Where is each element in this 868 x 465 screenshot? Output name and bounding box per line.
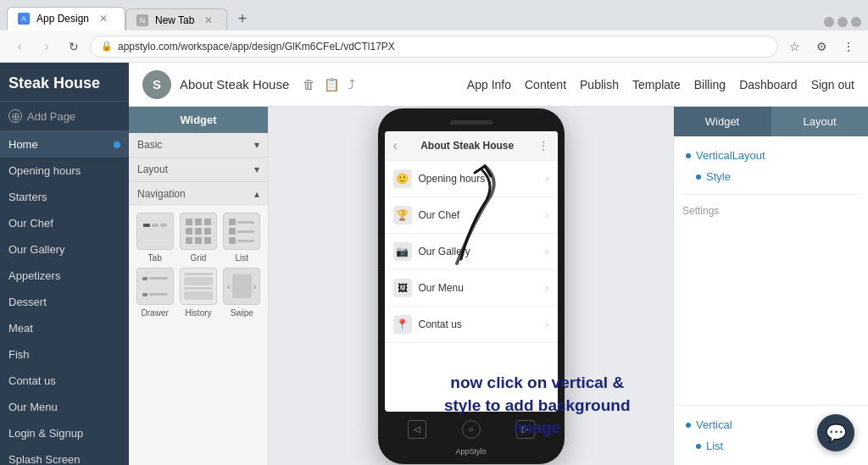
sidebar-item-opening-hours[interactable]: Opening hours	[0, 158, 129, 184]
app-wrapper: Steak House ⊕ Add Page Home Opening hour…	[0, 63, 868, 465]
add-page-icon: ⊕	[8, 109, 22, 123]
sidebar-item-starters[interactable]: Starters	[0, 184, 129, 210]
home-dot	[114, 141, 120, 148]
basic-chevron-icon: ▾	[254, 139, 259, 151]
grid-widget-thumb	[180, 213, 217, 250]
sidebar-item-login-signup[interactable]: Login & Signup	[0, 420, 129, 446]
widget-item-tab[interactable]: Tab	[136, 213, 174, 263]
trash-icon[interactable]: 🗑	[303, 77, 315, 91]
phone-menu-arrow-1: ›	[546, 173, 549, 185]
tab2-close-icon[interactable]: ✕	[204, 14, 213, 26]
phone-speaker	[450, 120, 492, 125]
nav-billing[interactable]: Billing	[694, 78, 726, 91]
minimize-icon[interactable]	[824, 17, 834, 27]
phone-bottom-label: AppStylo	[385, 447, 558, 456]
nav-sign-out[interactable]: Sign out	[811, 78, 854, 91]
layout-section-header[interactable]: Layout ▾	[129, 158, 268, 181]
phone-menu-item-4[interactable]: 🖼 Our Menu ›	[385, 270, 558, 307]
back-button[interactable]: ‹	[8, 36, 31, 58]
phone-menu-icon-5: 📍	[393, 315, 412, 334]
panel-style-item[interactable]: Style	[682, 166, 860, 187]
sidebar-item-home[interactable]: Home	[0, 131, 129, 158]
sidebar-add-page[interactable]: ⊕ Add Page	[0, 102, 129, 131]
close-icon[interactable]	[851, 17, 861, 27]
nav-dashboard[interactable]: Dashboard	[739, 78, 798, 91]
panel-dot-1	[686, 153, 691, 158]
share-icon[interactable]: ⤴	[348, 77, 355, 91]
phone-menu-item-2[interactable]: 🏆 Our Chef ›	[385, 197, 558, 234]
panel-vertical-layout-item[interactable]: VerticalLayout	[682, 145, 860, 166]
phone-preview-area: ‹ About Steak House ⋮ 🙂 Opening hours ›	[269, 107, 673, 465]
nav-content[interactable]: Content	[525, 78, 566, 91]
new-tab-button[interactable]: +	[231, 7, 254, 30]
add-page-label: Add Page	[27, 110, 75, 123]
swipe-widget-thumb: ‹ ›	[223, 268, 260, 305]
sidebar-item-splash-screen[interactable]: Splash Screen	[0, 446, 129, 465]
maximize-icon[interactable]	[837, 17, 848, 27]
panel-dot-4	[696, 444, 701, 449]
panel-settings-label: Settings	[682, 202, 860, 220]
widget-item-drawer[interactable]: Drawer	[136, 268, 174, 318]
tab-widget-label: Tab	[148, 253, 162, 263]
menu-icon[interactable]: ⋮	[837, 36, 860, 58]
topbar-nav: App Info Content Publish Template Billin…	[467, 78, 854, 91]
phone-menu-item-5[interactable]: 📍 Contat us ›	[385, 307, 558, 343]
drawer-widget-thumb	[136, 268, 174, 305]
phone-menu-item-3[interactable]: 📷 Our Gallery ›	[385, 234, 558, 270]
tab1-close-icon[interactable]: ✕	[99, 13, 108, 25]
navigation-chevron-icon: ▴	[254, 188, 259, 200]
phone-menu-item-1[interactable]: 🙂 Opening hours ›	[385, 161, 558, 197]
tab1-favicon: A	[18, 13, 30, 25]
sidebar: Steak House ⊕ Add Page Home Opening hour…	[0, 63, 129, 465]
bookmark-icon[interactable]: ☆	[783, 36, 805, 58]
phone-frame: ‹ About Steak House ⋮ 🙂 Opening hours ›	[378, 108, 565, 464]
browser-tab-appdesign[interactable]: A App Design ✕	[7, 7, 125, 30]
reload-button[interactable]: ↻	[63, 36, 85, 58]
widget-grid: Tab	[129, 206, 268, 324]
swipe-widget-label: Swipe	[231, 308, 253, 318]
phone-nav-recent[interactable]: ▷	[516, 420, 535, 439]
list-widget-label: List	[236, 253, 249, 263]
widget-item-swipe[interactable]: ‹ › Swipe	[223, 268, 261, 318]
nav-template[interactable]: Template	[632, 78, 681, 91]
phone-screen-content: 🙂 Opening hours › 🏆 Our Chef › 📷	[385, 161, 558, 412]
sidebar-item-dessert[interactable]: Dessert	[0, 289, 129, 315]
chat-icon: 💬	[826, 423, 847, 443]
copy-icon[interactable]: 📋	[324, 77, 340, 92]
extensions-icon[interactable]: ⚙	[810, 36, 832, 58]
browser-tab-newtab[interactable]: N New Tab ✕	[125, 8, 227, 30]
widget-item-grid[interactable]: Grid	[179, 213, 217, 263]
nav-publish[interactable]: Publish	[580, 78, 619, 91]
phone-back-btn[interactable]: ‹	[393, 138, 398, 153]
right-panel-tab-widget[interactable]: Widget	[674, 107, 771, 136]
sidebar-item-fish[interactable]: Fish	[0, 341, 129, 368]
phone-menu-btn[interactable]: ⋮	[537, 139, 549, 152]
widget-panel-header: Widget	[129, 107, 268, 133]
forward-button[interactable]: ›	[36, 36, 58, 58]
sidebar-item-contat-us[interactable]: Contat us	[0, 368, 129, 394]
nav-app-info[interactable]: App Info	[467, 78, 511, 91]
chat-button[interactable]: 💬	[817, 414, 854, 451]
tab2-favicon: N	[136, 14, 148, 26]
phone-menu-arrow-3: ›	[546, 246, 549, 257]
sidebar-item-our-gallery[interactable]: Our Gallery	[0, 236, 129, 263]
phone-nav-home[interactable]: ○	[462, 420, 481, 439]
basic-section-header[interactable]: Basic ▾	[129, 133, 268, 157]
phone-nav-back[interactable]: ◁	[408, 420, 426, 439]
tab-widget-thumb	[136, 213, 174, 250]
sidebar-item-meat[interactable]: Meat	[0, 315, 129, 341]
panel-dot-2	[696, 174, 701, 180]
sidebar-item-our-chef[interactable]: Our Chef	[0, 210, 129, 236]
main-content: S About Steak House 🗑 📋 ⤴ App Info Conte…	[129, 63, 868, 465]
address-bar[interactable]: 🔒 appstylo.com/workspace/app/design/GlKm…	[90, 36, 778, 58]
right-panel-tabs: Widget Layout	[674, 107, 868, 136]
sidebar-item-appetizers[interactable]: Appetizers	[0, 263, 129, 289]
lock-icon: 🔒	[101, 41, 113, 52]
navigation-section-header[interactable]: Navigation ▴	[129, 182, 268, 206]
history-widget-thumb	[180, 268, 217, 305]
widget-item-history[interactable]: History	[179, 268, 217, 318]
sidebar-item-our-menu[interactable]: Our Menu	[0, 394, 129, 420]
widget-item-list[interactable]: List	[223, 213, 261, 263]
app-topbar: S About Steak House 🗑 📋 ⤴ App Info Conte…	[129, 63, 868, 107]
right-panel-tab-layout[interactable]: Layout	[771, 107, 868, 136]
